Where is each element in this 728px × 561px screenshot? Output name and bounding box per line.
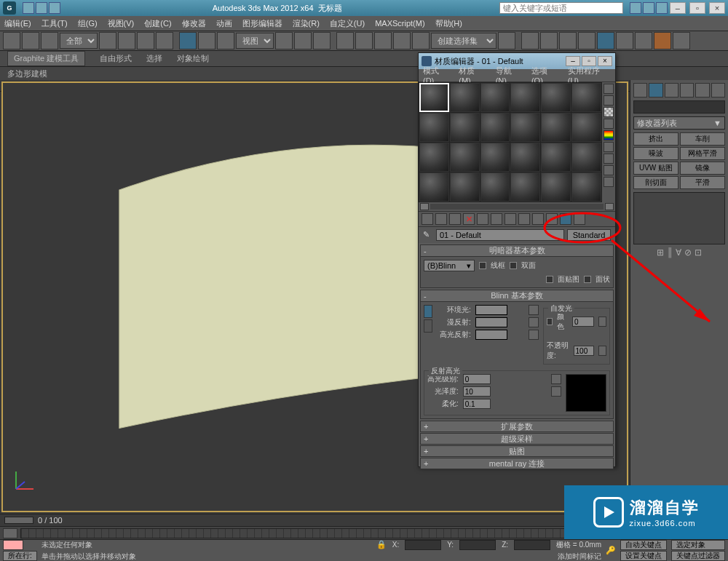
trackbar-toggle[interactable] <box>3 528 17 538</box>
go-forward-icon[interactable] <box>574 213 585 225</box>
time-slider-handle[interactable] <box>4 517 33 524</box>
spec-level-spinner[interactable]: 0 <box>463 374 491 384</box>
pivot-button[interactable] <box>275 32 293 49</box>
rollout-extended[interactable]: +扩展参数 <box>420 421 614 432</box>
specular-swatch[interactable] <box>475 330 507 340</box>
anglesnap-button[interactable] <box>374 32 392 49</box>
material-slot[interactable] <box>541 143 571 172</box>
mat-map-nav-icon[interactable] <box>604 177 614 187</box>
menu-help[interactable]: 帮助(H) <box>435 18 462 29</box>
mod-meshsmooth[interactable]: 网格平滑 <box>680 147 725 160</box>
material-slot[interactable] <box>541 113 571 142</box>
slot-scrollbar[interactable] <box>419 202 615 211</box>
mod-mirror[interactable]: 镜像 <box>680 162 725 175</box>
add-time-tag[interactable]: 添加时间标记 <box>558 552 601 562</box>
align-button[interactable] <box>521 32 539 49</box>
gloss-spinner[interactable]: 10 <box>463 386 491 397</box>
show-end-icon[interactable] <box>546 213 558 225</box>
make-unique-icon[interactable]: ∀ <box>676 247 681 258</box>
schematic-button[interactable] <box>578 32 596 49</box>
rotate-button[interactable] <box>198 32 215 49</box>
create-tab[interactable] <box>633 83 647 98</box>
material-slot[interactable] <box>571 83 601 112</box>
shader-rollout-header[interactable]: -明暗器基本参数 <box>421 245 613 257</box>
snap2d-button[interactable] <box>336 32 354 49</box>
pctsnap-button[interactable] <box>393 32 411 49</box>
layers-button[interactable] <box>540 32 558 49</box>
selfillum-map-button[interactable] <box>598 317 606 327</box>
menu-view[interactable]: 视图(V) <box>108 18 135 29</box>
material-slot[interactable] <box>480 83 510 112</box>
show-end-icon[interactable]: ║ <box>667 247 673 258</box>
material-slot[interactable] <box>419 143 449 172</box>
sample-type-icon[interactable] <box>604 84 614 94</box>
material-editor-button[interactable] <box>597 32 614 49</box>
mod-lathe[interactable]: 车削 <box>680 132 725 146</box>
key-filter-sel[interactable]: 选定对象 <box>671 540 725 550</box>
mod-noise[interactable]: 噪波 <box>633 147 678 160</box>
material-name-field[interactable]: 01 - Default <box>436 229 564 241</box>
select-button[interactable] <box>99 32 116 49</box>
menu-customize[interactable]: 自定义(U) <box>330 18 365 29</box>
rollout-maps[interactable]: +贴图 <box>420 445 614 457</box>
sample-uv-icon[interactable] <box>604 119 614 129</box>
question-icon[interactable] <box>656 2 668 14</box>
material-slot[interactable] <box>510 113 540 142</box>
material-slot[interactable] <box>419 83 449 112</box>
ambient-map-button[interactable] <box>529 305 539 315</box>
selection-filter-dropdown[interactable]: 全部 <box>60 33 98 49</box>
motion-tab[interactable] <box>680 83 694 98</box>
menu-graph[interactable]: 图形编辑器 <box>242 18 282 29</box>
ambient-swatch[interactable] <box>475 305 507 315</box>
material-slot[interactable] <box>450 143 480 172</box>
wire-checkbox[interactable] <box>479 262 486 269</box>
lock-button[interactable] <box>313 32 331 49</box>
material-slot[interactable] <box>510 143 540 172</box>
spinnersnap-button[interactable] <box>412 32 430 49</box>
facemap-checkbox[interactable] <box>546 276 553 283</box>
material-slot[interactable] <box>450 83 480 112</box>
pin-stack-icon[interactable]: ⊞ <box>657 247 664 258</box>
assign-to-sel-icon[interactable] <box>449 213 461 225</box>
shader-dropdown[interactable]: (B)Blinn▾ <box>424 260 475 271</box>
material-slot[interactable] <box>480 143 510 172</box>
background-icon[interactable] <box>604 107 614 117</box>
scroll-left-icon[interactable] <box>420 203 429 210</box>
matid-icon[interactable] <box>518 213 530 225</box>
get-material-icon[interactable] <box>422 213 433 225</box>
put-to-lib-icon[interactable] <box>505 213 516 225</box>
select-by-mat-icon[interactable] <box>604 165 614 175</box>
help-icon[interactable] <box>630 2 641 14</box>
make-unique-icon[interactable] <box>491 213 502 225</box>
x-spinner[interactable] <box>405 540 441 550</box>
go-parent-icon[interactable] <box>560 213 571 225</box>
ribbon-tab-paint[interactable]: 对象绘制 <box>177 53 209 64</box>
blinn-rollout-header[interactable]: -Blinn 基本参数 <box>421 290 613 302</box>
make-preview-icon[interactable] <box>604 142 614 152</box>
mod-slice[interactable]: 剖切面 <box>633 176 678 189</box>
close-button[interactable]: × <box>709 2 725 14</box>
backlight-icon[interactable] <box>604 95 614 106</box>
material-slot[interactable] <box>571 143 601 172</box>
menu-modifiers[interactable]: 修改器 <box>182 18 206 29</box>
teapot-render-button[interactable] <box>673 32 690 49</box>
display-tab[interactable] <box>695 83 709 98</box>
gloss-map-button[interactable] <box>551 386 561 397</box>
video-check-icon[interactable] <box>604 130 614 140</box>
lock-ambient-diffuse[interactable] <box>424 305 432 318</box>
object-name-field[interactable] <box>633 100 725 114</box>
scroll-right-icon[interactable] <box>605 203 614 210</box>
faceted-checkbox[interactable] <box>584 276 591 283</box>
menu-maxscript[interactable]: MAXScript(M) <box>375 19 424 28</box>
refcoord-dropdown[interactable]: 视图 <box>236 33 274 49</box>
me-close[interactable]: × <box>598 56 612 66</box>
opacity-map-button[interactable] <box>598 346 606 356</box>
material-slot[interactable] <box>419 172 449 202</box>
menu-create[interactable]: 创建(C) <box>144 18 171 29</box>
material-type-button[interactable]: Standard <box>567 229 611 241</box>
ribbon-tab-modeling[interactable]: Graphite 建模工具 <box>7 51 85 66</box>
twosided-checkbox[interactable] <box>510 262 517 269</box>
material-slot[interactable] <box>419 113 449 142</box>
move-button[interactable] <box>179 32 197 49</box>
modifier-list-dropdown[interactable]: 修改器列表▼ <box>633 116 725 130</box>
